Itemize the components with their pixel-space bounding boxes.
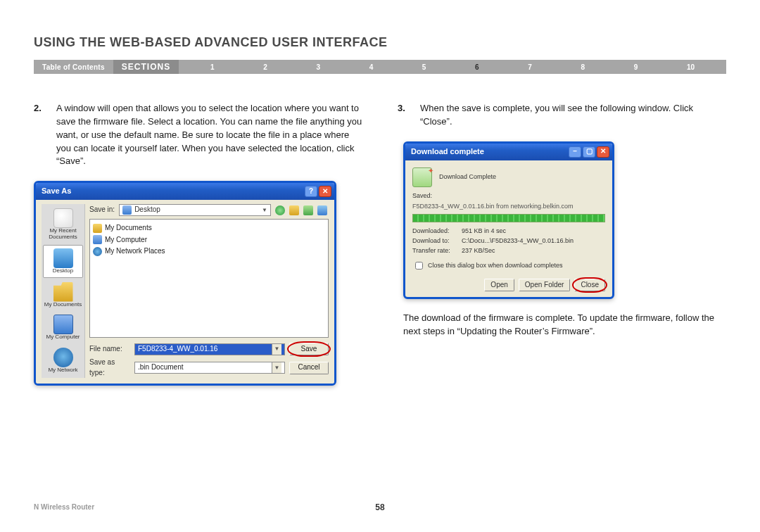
download-to-label: Download to: <box>412 236 462 246</box>
minimize-icon[interactable]: – <box>569 146 581 158</box>
download-heading: Download Complete <box>439 172 496 182</box>
progress-bar <box>412 214 605 222</box>
dialog-titlebar[interactable]: Download complete – ▢ ✕ <box>405 144 612 160</box>
section-link-1[interactable]: 1 <box>210 63 215 71</box>
help-icon[interactable]: ? <box>305 186 317 197</box>
sections-label: SECTIONS <box>113 60 179 74</box>
list-item[interactable]: My Documents <box>93 222 325 234</box>
fl-net-icon <box>93 247 102 256</box>
page-title: USING THE WEB-BASED ADVANCED USER INTERF… <box>34 35 726 50</box>
close-icon[interactable]: ✕ <box>597 146 609 158</box>
places-my-documents[interactable]: My Documents <box>43 279 83 311</box>
up-folder-icon[interactable] <box>289 205 299 215</box>
close-on-complete-checkbox[interactable]: Close this dialog box when download comp… <box>412 260 605 272</box>
section-link-2[interactable]: 2 <box>263 63 267 71</box>
place-label: My Computer <box>46 334 80 341</box>
places-desktop[interactable]: Desktop <box>43 245 83 278</box>
maximize-icon[interactable]: ▢ <box>583 146 595 158</box>
saved-label: Saved: <box>412 191 605 201</box>
place-label: My Documents <box>44 302 82 308</box>
section-link-7[interactable]: 7 <box>528 63 532 71</box>
save-as-dialog: Save As ? ✕ My Recent DocumentsDesktopMy… <box>34 181 336 386</box>
save-type-value: .bin Document <box>138 362 183 373</box>
ico-recent-icon <box>53 208 73 228</box>
chevron-down-icon[interactable]: ▼ <box>262 206 267 215</box>
checkbox-input[interactable] <box>415 262 423 270</box>
toc-link[interactable]: Table of Contents <box>34 63 113 71</box>
file-name-value: F5D8233-4_WW_0.01.16 <box>138 344 217 355</box>
section-link-8[interactable]: 8 <box>581 63 585 71</box>
step-3: 3. When the save is complete, you will s… <box>398 102 726 129</box>
checkbox-label: Close this dialog box when download comp… <box>428 261 563 270</box>
sections-bar: Table of Contents SECTIONS 12345678910 <box>34 60 726 74</box>
list-item-label: My Network Places <box>105 246 165 257</box>
chevron-down-icon[interactable]: ▼ <box>272 344 281 355</box>
dialog-title: Download complete <box>411 146 569 158</box>
file-name-label: File name: <box>89 344 130 355</box>
place-label: Desktop <box>53 268 73 274</box>
rate-value: 237 KB/Sec <box>462 246 605 255</box>
dialog-titlebar[interactable]: Save As ? ✕ <box>36 183 334 200</box>
list-item-label: My Computer <box>105 235 147 246</box>
save-in-value: Desktop <box>134 205 160 215</box>
place-label: My Network <box>48 367 77 374</box>
post-step-text: The download of the firmware is complete… <box>398 312 726 338</box>
chevron-down-icon[interactable]: ▼ <box>272 362 281 373</box>
places-bar: My Recent DocumentsDesktopMy DocumentsMy… <box>42 204 85 378</box>
open-folder-button[interactable]: Open Folder <box>519 279 571 291</box>
footer-product: N Wireless Router <box>34 503 94 511</box>
step-number: 2. <box>34 102 44 168</box>
save-type-label: Save as type: <box>89 357 130 378</box>
ico-comp-icon <box>53 315 73 334</box>
close-button[interactable]: Close <box>574 279 605 291</box>
file-list[interactable]: My DocumentsMy ComputerMy Network Places <box>89 219 329 338</box>
ico-desktop-icon <box>53 248 73 268</box>
download-icon <box>412 167 432 187</box>
page-number: 58 <box>375 502 384 512</box>
rate-label: Transfer rate: <box>412 246 462 255</box>
section-link-9[interactable]: 9 <box>634 63 638 71</box>
section-link-6[interactable]: 6 <box>475 63 479 71</box>
section-link-5[interactable]: 5 <box>422 63 426 71</box>
cancel-button[interactable]: Cancel <box>289 362 329 374</box>
saved-file-line: F5D8233-4_WW_0.01.16.bin from networking… <box>412 202 605 211</box>
save-in-label: Save in: <box>89 205 115 215</box>
back-icon[interactable] <box>275 205 285 215</box>
section-link-4[interactable]: 4 <box>369 63 374 71</box>
places-my-recent-documents[interactable]: My Recent Documents <box>43 205 83 243</box>
dialog-title: Save As <box>42 186 305 197</box>
save-button[interactable]: Save <box>289 343 329 355</box>
ico-net-icon <box>53 348 73 367</box>
places-my-computer[interactable]: My Computer <box>43 312 83 343</box>
section-link-10[interactable]: 10 <box>687 63 695 71</box>
close-icon[interactable]: ✕ <box>319 186 331 197</box>
places-my-network[interactable]: My Network <box>43 345 83 376</box>
place-label: My Recent Documents <box>44 228 82 241</box>
save-type-combo[interactable]: .bin Document ▼ <box>134 362 285 374</box>
file-name-input[interactable]: F5D8233-4_WW_0.01.16 ▼ <box>134 343 285 355</box>
views-icon[interactable] <box>317 205 327 215</box>
section-link-3[interactable]: 3 <box>316 63 320 71</box>
step-text: When the save is complete, you will see … <box>420 102 726 129</box>
step-number: 3. <box>398 102 407 129</box>
list-item[interactable]: My Network Places <box>93 246 325 258</box>
save-in-combo[interactable]: Desktop ▼ <box>119 204 271 216</box>
download-complete-dialog: Download complete – ▢ ✕ Download Complet… <box>403 141 614 299</box>
desktop-icon <box>122 205 132 215</box>
downloaded-value: 951 KB in 4 sec <box>462 227 605 236</box>
section-numbers: 12345678910 <box>179 63 726 71</box>
ico-docs-icon <box>53 282 73 302</box>
open-button[interactable]: Open <box>484 279 514 291</box>
list-item[interactable]: My Computer <box>93 234 325 246</box>
new-folder-icon[interactable] <box>303 205 313 215</box>
step-text: A window will open that allows you to se… <box>56 102 362 168</box>
step-2: 2. A window will open that allows you to… <box>34 102 362 168</box>
fl-folder-icon <box>93 224 102 233</box>
download-to-value: C:\Docu...\F5D8233-4_WW_0.01.16.bin <box>462 236 605 246</box>
fl-comp-icon <box>93 235 102 244</box>
downloaded-label: Downloaded: <box>412 227 462 236</box>
list-item-label: My Documents <box>105 223 152 234</box>
